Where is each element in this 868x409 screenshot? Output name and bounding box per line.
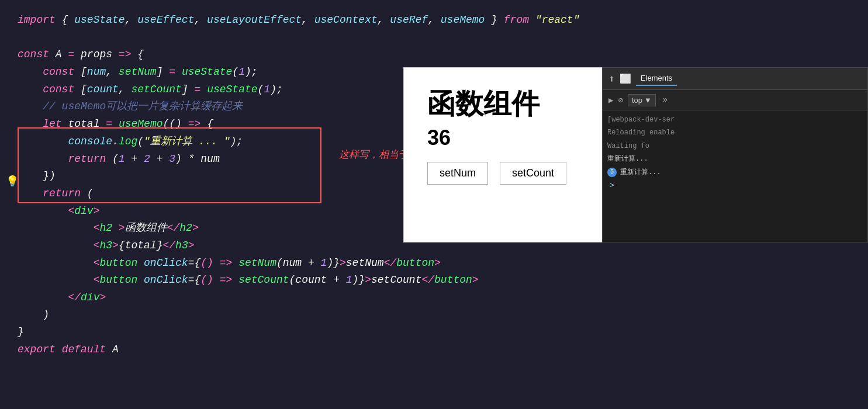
top-label: top xyxy=(632,96,642,105)
top-chevron: ▼ xyxy=(644,96,652,105)
log-line-5: 5 重新计算... xyxy=(607,167,863,178)
log-line-4: 重新计算... xyxy=(607,153,863,165)
code-line-18: ) xyxy=(18,307,850,324)
lightbulb-icon: 💡 xyxy=(6,175,19,188)
log-text-5: 重新计算... xyxy=(620,167,661,178)
code-line-19: } xyxy=(18,324,850,341)
devtools-toolbar2: ▶ ⊘ top ▼ » xyxy=(603,90,867,110)
code-line-16: <button onClick={() => setCount(count + … xyxy=(18,272,850,289)
devtools-console: [webpack-dev-ser Reloading enable Waitin… xyxy=(603,110,867,197)
log-text-1: [webpack-dev-ser xyxy=(607,114,675,126)
code-line-3: const A = props => { xyxy=(18,46,850,64)
set-count-button[interactable]: setCount xyxy=(500,162,566,185)
log-line-2: Reloading enable xyxy=(607,127,863,138)
mobile-icon[interactable]: ⬜ xyxy=(620,73,631,85)
log-badge-5: 5 xyxy=(607,168,617,177)
overflow-icon[interactable]: » xyxy=(663,95,668,105)
play-icon[interactable]: ▶ xyxy=(608,95,613,105)
code-line-17: </div> xyxy=(18,289,850,307)
set-num-button[interactable]: setNum xyxy=(427,162,488,185)
devtools-panel: ⬆ ⬜ Elements ▶ ⊘ top ▼ » [webpack-dev-se… xyxy=(602,67,868,242)
elements-tab[interactable]: Elements xyxy=(636,71,677,86)
code-line-2 xyxy=(18,29,850,47)
log-line-1: [webpack-dev-ser xyxy=(607,114,863,126)
code-line-1: import { useState, useEffect, useLayoutE… xyxy=(18,12,850,29)
code-line-20: export default A xyxy=(18,341,850,359)
cursor-icon[interactable]: ⬆ xyxy=(608,72,615,85)
log-line-3: Waiting fo xyxy=(607,140,863,152)
devtools-tab-bar: ⬆ ⬜ Elements xyxy=(603,68,867,90)
log-line-arrow: > xyxy=(607,179,863,192)
log-text-3: Waiting fo xyxy=(607,140,649,152)
log-text-2: Reloading enable xyxy=(607,127,675,138)
console-prompt[interactable]: > xyxy=(610,179,614,192)
log-text-4: 重新计算... xyxy=(607,153,648,165)
top-selector[interactable]: top ▼ xyxy=(628,94,656,106)
stop-icon[interactable]: ⊘ xyxy=(618,95,623,105)
code-line-15: <button onClick={() => setNum(num + 1)}>… xyxy=(18,255,850,272)
